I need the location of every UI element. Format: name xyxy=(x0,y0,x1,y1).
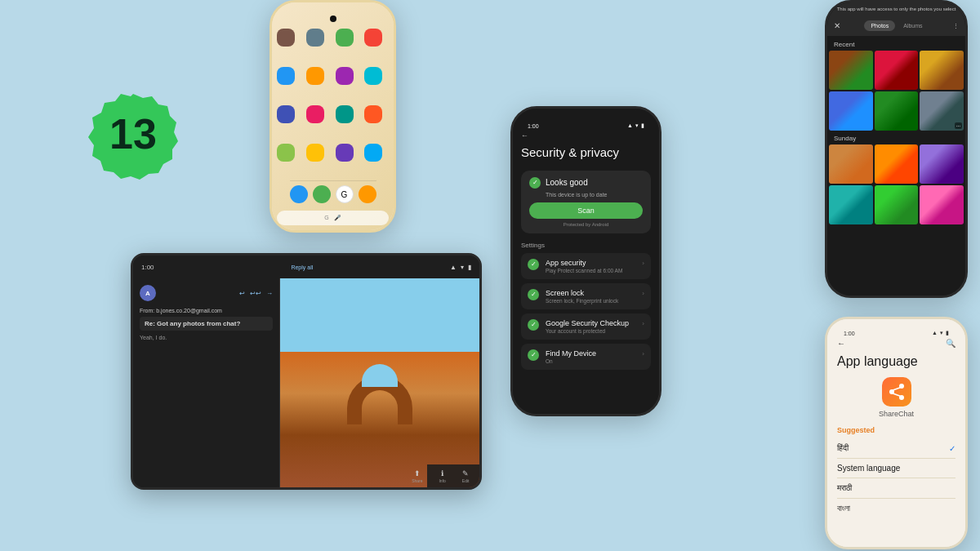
tab-albums[interactable]: Albums xyxy=(897,20,929,31)
app-icon[interactable] xyxy=(277,67,295,85)
search-icon[interactable]: 🔍 xyxy=(946,339,956,348)
tablet-time: 1:00 xyxy=(141,264,154,271)
security-back-button[interactable]: ← xyxy=(521,131,651,140)
tab-edit[interactable]: ✎ Edit xyxy=(462,469,470,483)
edit-icon: ✎ xyxy=(462,469,469,478)
security-item-screen-lock[interactable]: ✓ Screen lock Screen lock, Fingerprint u… xyxy=(521,283,651,309)
app-name: ShareChat xyxy=(879,410,914,418)
launcher-search-bar[interactable]: G 🎤 xyxy=(277,211,389,225)
photo-thumbnail[interactable] xyxy=(875,91,919,131)
photo-thumbnail[interactable] xyxy=(920,51,964,90)
wifi-icon: ▾ xyxy=(461,264,464,271)
looks-good-label: Looks good xyxy=(546,178,588,187)
signal-icon: ▲ xyxy=(450,264,457,271)
app-icon[interactable] xyxy=(306,144,324,162)
tablet-mockup: 1:00 Reply all ▲ ▾ ▮ A ↩ ↩↩ → From: b.jo… xyxy=(131,253,482,490)
photo-thumbnail[interactable] xyxy=(829,185,873,224)
app-icon[interactable] xyxy=(336,67,354,85)
email-subject: Re: Got any photos from chat? xyxy=(140,317,273,331)
photo-thumbnail[interactable] xyxy=(875,144,919,184)
app-icon[interactable] xyxy=(277,105,295,123)
recent-photos-grid: ⋯ xyxy=(827,51,965,131)
dock-icon-phone[interactable] xyxy=(290,185,308,203)
status-bar-language: 1:00 ▲ ▾ ▮ xyxy=(837,327,956,339)
app-grid xyxy=(277,29,389,177)
security-item-title: Google Security Checkup xyxy=(546,319,635,327)
phone-launcher: G G 🎤 xyxy=(270,0,396,233)
signal-icon: ▲ xyxy=(932,330,938,336)
security-item-title: Find My Device xyxy=(546,349,635,358)
app-icon[interactable] xyxy=(306,29,324,47)
email-header: A ↩ ↩↩ → xyxy=(140,285,273,301)
language-item-bengali[interactable]: বাংলা xyxy=(837,499,956,518)
security-item-sub: Screen lock, Fingerprint unlock xyxy=(546,298,635,304)
tablet-bottom-bar: ⬆ Share ℹ Info ✎ Edit ⋯ More xyxy=(427,464,479,487)
photos-tabs[interactable]: Photos Albums xyxy=(864,20,929,31)
photo-thumbnail[interactable] xyxy=(875,51,919,90)
tab-share[interactable]: ⬆ Share xyxy=(412,469,422,483)
security-item-find-my-device[interactable]: ✓ Find My Device On › xyxy=(521,344,651,370)
looks-good-card: ✓ Looks good This device is up to date S… xyxy=(521,171,651,233)
photo-thumbnail[interactable] xyxy=(920,144,964,184)
forward-icon[interactable]: → xyxy=(266,290,273,297)
language-item-marathi[interactable]: मराठी xyxy=(837,478,956,499)
chevron-right-icon: › xyxy=(642,350,644,358)
photo-thumbnail[interactable] xyxy=(829,91,873,131)
photo-thumbnail[interactable]: ⋯ xyxy=(920,91,964,131)
settings-label: Settings xyxy=(521,242,651,249)
dock-icon-google[interactable]: G xyxy=(336,185,354,203)
app-icon[interactable] xyxy=(306,67,324,85)
app-section: ShareChat xyxy=(837,377,956,426)
protected-label: Protected by Android xyxy=(529,222,643,227)
email-from: From: b.jones.co.20@gmail.com xyxy=(140,308,273,313)
security-item-title: App security xyxy=(546,259,635,267)
security-item-sub: Play Protect scanned at 6:00 AM xyxy=(546,268,635,273)
battery-icon: ▮ xyxy=(468,264,471,271)
chevron-right-icon: › xyxy=(642,260,644,267)
photo-panel[interactable]: ⬆ Share ℹ Info ✎ Edit ⋯ More xyxy=(280,278,479,487)
check-icon: ✓ xyxy=(529,177,541,189)
search-text: G 🎤 xyxy=(324,215,341,221)
app-icon[interactable] xyxy=(306,105,324,123)
tablet-reply-all[interactable]: Reply all xyxy=(291,264,313,270)
security-time: 1:00 xyxy=(528,123,539,129)
language-item-hindi[interactable]: हिंदी ✓ xyxy=(837,438,956,459)
app-icon[interactable] xyxy=(336,29,354,47)
app-icon[interactable] xyxy=(364,67,382,85)
check-icon: ✓ xyxy=(528,319,539,331)
reply-icon[interactable]: ↩ xyxy=(239,290,245,297)
app-icon[interactable] xyxy=(364,144,382,162)
photo-thumbnail[interactable] xyxy=(829,51,873,90)
photo-thumbnail[interactable] xyxy=(829,144,873,184)
phone-security: 1:00 ▲ ▾ ▮ ← Security & privacy ✓ Looks … xyxy=(510,106,662,416)
language-name: বাংলা xyxy=(837,504,850,513)
app-icon[interactable] xyxy=(277,144,295,162)
canyon-sky-hole xyxy=(362,364,398,387)
security-item-app-security[interactable]: ✓ App security Play Protect scanned at 6… xyxy=(521,253,651,279)
app-icon[interactable] xyxy=(336,105,354,123)
photo-thumbnail[interactable] xyxy=(920,185,964,224)
language-item-system[interactable]: System language xyxy=(837,459,956,478)
tablet-top-bar: 1:00 Reply all ▲ ▾ ▮ xyxy=(133,256,479,278)
lang-status-icons: ▲ ▾ ▮ xyxy=(932,330,949,336)
security-item-google-checkup[interactable]: ✓ Google Security Checkup Your account i… xyxy=(521,313,651,340)
reply-all-icon[interactable]: ↩↩ xyxy=(250,290,261,297)
chevron-right-icon: › xyxy=(642,320,644,327)
tab-info[interactable]: ℹ Info xyxy=(439,469,445,483)
svg-line-4 xyxy=(892,393,900,397)
dock-icon-camera[interactable] xyxy=(359,185,376,203)
photos-permission-text: This app will have access to only the ph… xyxy=(827,2,965,16)
scan-button[interactable]: Scan xyxy=(529,202,643,219)
dock-icon-messages[interactable] xyxy=(313,185,331,203)
app-icon[interactable] xyxy=(364,29,382,47)
app-icon[interactable] xyxy=(277,29,295,47)
from-email: b.jones.co.20@gmail.com xyxy=(156,308,222,313)
back-button[interactable]: ← xyxy=(837,339,845,348)
phone-photos: This app will have access to only the ph… xyxy=(825,0,968,298)
tab-photos[interactable]: Photos xyxy=(864,20,895,31)
more-icon[interactable]: ⋮ xyxy=(953,23,959,29)
app-icon[interactable] xyxy=(336,144,354,162)
app-icon[interactable] xyxy=(364,105,382,123)
photo-thumbnail[interactable] xyxy=(875,185,919,224)
close-icon[interactable]: ✕ xyxy=(834,21,840,30)
